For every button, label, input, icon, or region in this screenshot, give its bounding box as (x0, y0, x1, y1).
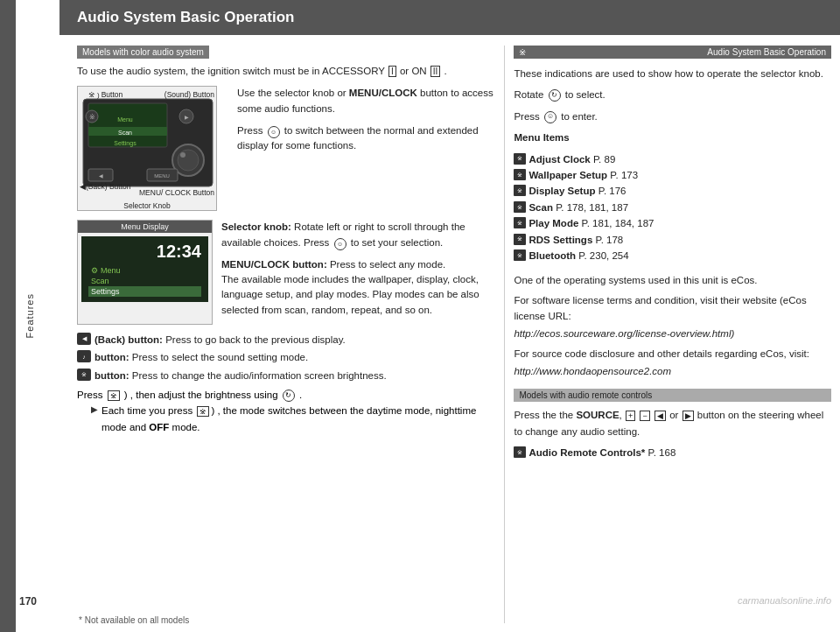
mi-icon-2: ※ (514, 185, 526, 196)
accessory-icon: I (388, 66, 396, 77)
svg-text:※: ※ (89, 113, 95, 121)
menu-list-adjust-clock: ※ Adjust Clock P. 89 (514, 151, 831, 167)
star-btn-2: ※ (197, 406, 209, 417)
sub-bullet-mode: ▶ Each time you press ※) , the mode swit… (91, 403, 495, 435)
menu-list-bluetooth: ※ Bluetooth P. 230, 254 (514, 248, 831, 263)
svg-text:MENU: MENU (154, 173, 170, 179)
selector-knob-desc: Selector knob: Rotate left or right to s… (221, 220, 495, 250)
star-icon: ※ (77, 369, 91, 381)
mi-icon-6: ※ (514, 249, 526, 261)
rotate-sel-icon: ↻ (549, 89, 561, 102)
desc-use-selector: Use the selector knob or MENU/CLOCK butt… (237, 86, 495, 116)
label-star-button: ※)Button (88, 90, 122, 99)
intro-text-2: or ON (400, 66, 427, 76)
audio-remote-controls-link: ※ Audio Remote Controls* P. 168 (514, 445, 831, 460)
press-icon: ☺ (268, 126, 280, 138)
menu-list-display: ※ Display Setup P. 176 (514, 183, 831, 199)
right-desc-block: Use the selector knob or MENU/CLOCK butt… (237, 86, 495, 211)
menu-display-row: Menu Display 12:34 ⚙Menu Scan Settings (77, 220, 495, 325)
watermark: carmanualsonline.info (738, 595, 831, 606)
fwd-btn: ▶ (682, 411, 694, 421)
mi-icon-0: ※ (514, 153, 526, 165)
menu-time: 12:34 (88, 242, 201, 262)
menu-display-header-label: Menu Display (78, 221, 212, 233)
license-url: http://ecos.sourceware.org/license-overv… (514, 326, 831, 341)
device-diagram-wrapper: Menu Scan Settings ▶ (77, 86, 230, 211)
remote-text: Press the the SOURCE, + − ◀ or ▶ button … (514, 407, 831, 441)
label-sound-button: (Sound) Button (164, 90, 214, 99)
models-color-label: Models with color audio system (77, 46, 209, 59)
header-title: Audio System Basic Operation (77, 9, 294, 25)
minus-btn: − (640, 411, 649, 421)
bullet-star-button: ※ button: Press to change the audio/info… (77, 368, 495, 383)
svg-text:▶: ▶ (185, 115, 189, 120)
page-header: Audio System Basic Operation (60, 0, 840, 35)
right-intro-1: These indications are used to show how t… (514, 66, 831, 81)
os-text: One of the operating systems used in thi… (514, 272, 831, 288)
menu-list-scan: ※ Scan P. 178, 181, 187 (514, 200, 831, 215)
mi-icon-1: ※ (514, 169, 526, 180)
selector-menu-desc: Selector knob: Rotate left or right to s… (221, 220, 495, 325)
press-enter-icon: ☺ (544, 111, 556, 123)
mi-icon-3: ※ (514, 201, 526, 213)
back-icon: ◀ (77, 333, 91, 345)
license-text: For software license terms and condition… (514, 292, 831, 325)
sidebar-label: Features (24, 293, 35, 338)
mi-icon-4: ※ (514, 217, 526, 228)
right-intro-2: Rotate ↻ to select. (514, 87, 831, 102)
back-btn: ◀ (654, 411, 666, 421)
label-menu-clock: MENU/ CLOCK Button (139, 188, 214, 197)
footnote-text: * Not available on all models (79, 615, 189, 625)
intro-text-1: To use the audio system, the ignition sw… (77, 66, 385, 76)
svg-text:◀: ◀ (99, 173, 103, 179)
menu-item-1: ⚙Menu (88, 265, 201, 276)
press-set-icon: ☺ (334, 238, 346, 250)
bullet-sound-button: ♪ button: Press to select the sound sett… (77, 349, 495, 365)
plus-btn: + (626, 411, 635, 421)
menu-list-rds: ※ RDS Settings P. 178 (514, 232, 831, 248)
right-intro-3: Press ☺ to enter. (514, 109, 831, 124)
right-column: ※ Audio System Basic Operation These ind… (504, 46, 840, 623)
period: . (299, 390, 302, 400)
svg-text:Scan: Scan (118, 130, 132, 136)
right-section-icon: ※ (519, 47, 526, 57)
sidebar-bar (0, 0, 16, 632)
models-remote-label: Models with audio remote controls (514, 389, 831, 402)
menu-items-header: Menu Items (514, 130, 831, 145)
svg-text:Menu: Menu (117, 116, 133, 123)
right-section-label: Audio System Basic Operation (707, 47, 826, 57)
on-icon: II (430, 66, 441, 77)
label-back-button: ◀(Back) Button (80, 182, 131, 191)
press-brightness-line: Press ※ ) , then adjust the brightness u… (77, 387, 495, 403)
sound-icon: ♪ (77, 350, 91, 362)
bullet-list: ◀ (Back) button: Press to go back to the… (77, 332, 495, 435)
operating-system-block: One of the operating systems used in thi… (514, 272, 831, 379)
source-text: For source code disclosure and other det… (514, 346, 831, 362)
right-section-header: ※ Audio System Basic Operation (514, 46, 831, 59)
svg-point-10 (180, 152, 186, 158)
sidebar: Features (0, 0, 60, 632)
menu-list-wallpaper: ※ Wallpaper Setup P. 173 (514, 167, 831, 183)
main-content: Audio System Basic Operation Models with… (60, 0, 840, 632)
device-diagram: Menu Scan Settings ▶ (77, 86, 217, 211)
menu-display-screen: 12:34 ⚙Menu Scan Settings (81, 236, 208, 302)
left-column: Models with color audio system To use th… (60, 46, 504, 623)
mi-icon-5: ※ (514, 234, 526, 245)
source-url: http://www.hondaopensource2.com (514, 363, 831, 379)
menu-items-list: ※ Adjust Clock P. 89 ※ Wallpaper Setup P… (514, 151, 831, 264)
arrow-icon: ▶ (91, 403, 98, 435)
menu-icon: ⚙ (91, 266, 98, 275)
diagram-area: Menu Scan Settings ▶ (77, 86, 495, 211)
menu-item-2: Scan (88, 276, 201, 286)
intro-text-3: . (444, 66, 447, 76)
intro-text: To use the audio system, the ignition sw… (77, 64, 495, 79)
menu-list-play-mode: ※ Play Mode P. 181, 184, 187 (514, 215, 831, 231)
svg-point-9 (178, 150, 199, 171)
menu-clock-desc: MENU/CLOCK button: Press to select any m… (221, 257, 495, 318)
svg-text:Settings: Settings (114, 140, 136, 147)
rotate-icon: ↻ (283, 390, 295, 402)
desc-press-switch: Press ☺ to switch between the normal and… (237, 123, 495, 154)
bullet-back-button: ◀ (Back) button: Press to go back to the… (77, 332, 495, 348)
page-number: 170 (19, 595, 37, 607)
content-area: Models with color audio system To use th… (60, 35, 840, 623)
